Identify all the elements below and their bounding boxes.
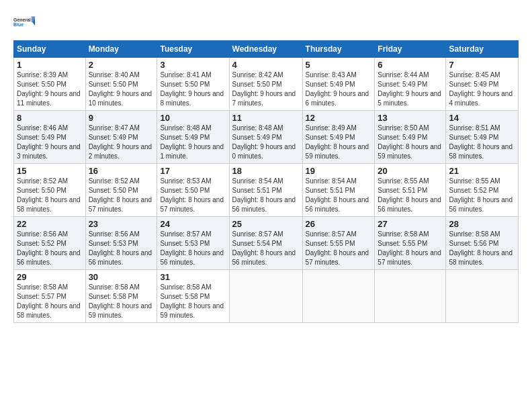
day-number: 3 xyxy=(160,60,226,70)
day-cell: 11 Sunrise: 8:48 AMSunset: 5:49 PMDaylig… xyxy=(229,111,302,164)
day-detail: Sunrise: 8:46 AMSunset: 5:49 PMDaylight:… xyxy=(17,124,83,161)
day-number: 23 xyxy=(89,219,154,229)
day-detail: Sunrise: 8:39 AMSunset: 5:50 PMDaylight:… xyxy=(17,71,83,108)
day-detail: Sunrise: 8:44 AMSunset: 5:49 PMDaylight:… xyxy=(378,71,443,108)
col-header-thursday: Thursday xyxy=(302,41,375,58)
header: General Blue xyxy=(13,12,519,34)
week-row-5: 29 Sunrise: 8:58 AMSunset: 5:57 PMDaylig… xyxy=(14,270,519,323)
day-number: 12 xyxy=(306,113,372,123)
day-detail: Sunrise: 8:55 AMSunset: 5:51 PMDaylight:… xyxy=(378,177,443,214)
day-detail: Sunrise: 8:58 AMSunset: 5:55 PMDaylight:… xyxy=(378,230,443,267)
day-cell: 28 Sunrise: 8:58 AMSunset: 5:56 PMDaylig… xyxy=(446,217,519,270)
day-detail: Sunrise: 8:58 AMSunset: 5:58 PMDaylight:… xyxy=(160,283,226,320)
day-cell: 25 Sunrise: 8:57 AMSunset: 5:54 PMDaylig… xyxy=(229,217,302,270)
day-cell: 9 Sunrise: 8:47 AMSunset: 5:49 PMDayligh… xyxy=(85,111,157,164)
day-cell: 24 Sunrise: 8:57 AMSunset: 5:53 PMDaylig… xyxy=(157,217,229,270)
day-detail: Sunrise: 8:56 AMSunset: 5:52 PMDaylight:… xyxy=(17,230,83,267)
day-number: 31 xyxy=(160,272,226,282)
day-cell: 21 Sunrise: 8:55 AMSunset: 5:52 PMDaylig… xyxy=(446,164,519,217)
day-cell: 14 Sunrise: 8:51 AMSunset: 5:49 PMDaylig… xyxy=(446,111,519,164)
col-header-monday: Monday xyxy=(85,41,157,58)
day-detail: Sunrise: 8:43 AMSunset: 5:49 PMDaylight:… xyxy=(306,71,372,108)
day-number: 11 xyxy=(232,113,300,123)
header-row: SundayMondayTuesdayWednesdayThursdayFrid… xyxy=(14,41,519,58)
col-header-saturday: Saturday xyxy=(446,41,519,58)
day-cell: 13 Sunrise: 8:50 AMSunset: 5:49 PMDaylig… xyxy=(375,111,446,164)
day-cell xyxy=(446,270,519,323)
week-row-3: 15 Sunrise: 8:52 AMSunset: 5:50 PMDaylig… xyxy=(14,164,519,217)
day-detail: Sunrise: 8:41 AMSunset: 5:50 PMDaylight:… xyxy=(160,71,226,108)
day-number: 13 xyxy=(378,113,443,123)
day-cell: 27 Sunrise: 8:58 AMSunset: 5:55 PMDaylig… xyxy=(375,217,446,270)
day-cell: 31 Sunrise: 8:58 AMSunset: 5:58 PMDaylig… xyxy=(157,270,229,323)
day-number: 2 xyxy=(89,60,154,70)
calendar-table: SundayMondayTuesdayWednesdayThursdayFrid… xyxy=(13,40,519,323)
day-cell: 3 Sunrise: 8:41 AMSunset: 5:50 PMDayligh… xyxy=(157,58,229,111)
day-cell: 8 Sunrise: 8:46 AMSunset: 5:49 PMDayligh… xyxy=(14,111,86,164)
day-cell: 26 Sunrise: 8:57 AMSunset: 5:55 PMDaylig… xyxy=(302,217,375,270)
day-detail: Sunrise: 8:54 AMSunset: 5:51 PMDaylight:… xyxy=(232,177,300,214)
logo-icon: General Blue xyxy=(13,12,35,34)
day-detail: Sunrise: 8:55 AMSunset: 5:52 PMDaylight:… xyxy=(449,177,515,214)
day-detail: Sunrise: 8:58 AMSunset: 5:58 PMDaylight:… xyxy=(89,283,154,320)
day-cell: 6 Sunrise: 8:44 AMSunset: 5:49 PMDayligh… xyxy=(375,58,446,111)
svg-text:General: General xyxy=(13,17,31,22)
day-number: 4 xyxy=(232,60,300,70)
page: General Blue SundayMondayTuesdayWednesda… xyxy=(0,0,532,411)
day-detail: Sunrise: 8:47 AMSunset: 5:49 PMDaylight:… xyxy=(89,124,154,161)
day-cell: 29 Sunrise: 8:58 AMSunset: 5:57 PMDaylig… xyxy=(14,270,86,323)
day-detail: Sunrise: 8:48 AMSunset: 5:49 PMDaylight:… xyxy=(160,124,226,161)
day-cell: 19 Sunrise: 8:54 AMSunset: 5:51 PMDaylig… xyxy=(302,164,375,217)
day-number: 26 xyxy=(306,219,372,229)
day-cell: 23 Sunrise: 8:56 AMSunset: 5:53 PMDaylig… xyxy=(85,217,157,270)
day-number: 22 xyxy=(17,219,83,229)
day-detail: Sunrise: 8:57 AMSunset: 5:53 PMDaylight:… xyxy=(160,230,226,267)
day-cell: 16 Sunrise: 8:52 AMSunset: 5:50 PMDaylig… xyxy=(85,164,157,217)
day-number: 18 xyxy=(232,166,300,176)
day-number: 10 xyxy=(160,113,226,123)
day-detail: Sunrise: 8:52 AMSunset: 5:50 PMDaylight:… xyxy=(89,177,154,214)
day-cell: 1 Sunrise: 8:39 AMSunset: 5:50 PMDayligh… xyxy=(14,58,86,111)
day-cell: 5 Sunrise: 8:43 AMSunset: 5:49 PMDayligh… xyxy=(302,58,375,111)
day-number: 16 xyxy=(89,166,154,176)
day-detail: Sunrise: 8:48 AMSunset: 5:49 PMDaylight:… xyxy=(232,124,300,161)
day-detail: Sunrise: 8:57 AMSunset: 5:55 PMDaylight:… xyxy=(306,230,372,267)
day-number: 1 xyxy=(17,60,83,70)
week-row-4: 22 Sunrise: 8:56 AMSunset: 5:52 PMDaylig… xyxy=(14,217,519,270)
day-cell: 22 Sunrise: 8:56 AMSunset: 5:52 PMDaylig… xyxy=(14,217,86,270)
day-detail: Sunrise: 8:42 AMSunset: 5:50 PMDaylight:… xyxy=(232,71,300,108)
day-detail: Sunrise: 8:49 AMSunset: 5:49 PMDaylight:… xyxy=(306,124,372,161)
day-cell: 18 Sunrise: 8:54 AMSunset: 5:51 PMDaylig… xyxy=(229,164,302,217)
day-cell: 4 Sunrise: 8:42 AMSunset: 5:50 PMDayligh… xyxy=(229,58,302,111)
day-number: 19 xyxy=(306,166,372,176)
day-cell: 17 Sunrise: 8:53 AMSunset: 5:50 PMDaylig… xyxy=(157,164,229,217)
day-number: 28 xyxy=(449,219,515,229)
day-number: 21 xyxy=(449,166,515,176)
day-cell: 2 Sunrise: 8:40 AMSunset: 5:50 PMDayligh… xyxy=(85,58,157,111)
day-number: 5 xyxy=(306,60,372,70)
day-number: 14 xyxy=(449,113,515,123)
day-number: 17 xyxy=(160,166,226,176)
day-detail: Sunrise: 8:54 AMSunset: 5:51 PMDaylight:… xyxy=(306,177,372,214)
day-number: 30 xyxy=(89,272,154,282)
day-cell xyxy=(302,270,375,323)
day-cell xyxy=(375,270,446,323)
day-cell: 20 Sunrise: 8:55 AMSunset: 5:51 PMDaylig… xyxy=(375,164,446,217)
day-detail: Sunrise: 8:58 AMSunset: 5:57 PMDaylight:… xyxy=(17,283,83,320)
day-cell: 30 Sunrise: 8:58 AMSunset: 5:58 PMDaylig… xyxy=(85,270,157,323)
week-row-1: 1 Sunrise: 8:39 AMSunset: 5:50 PMDayligh… xyxy=(14,58,519,111)
day-detail: Sunrise: 8:56 AMSunset: 5:53 PMDaylight:… xyxy=(89,230,154,267)
day-detail: Sunrise: 8:40 AMSunset: 5:50 PMDaylight:… xyxy=(89,71,154,108)
day-number: 29 xyxy=(17,272,83,282)
day-detail: Sunrise: 8:50 AMSunset: 5:49 PMDaylight:… xyxy=(378,124,443,161)
week-row-2: 8 Sunrise: 8:46 AMSunset: 5:49 PMDayligh… xyxy=(14,111,519,164)
col-header-sunday: Sunday xyxy=(14,41,86,58)
day-detail: Sunrise: 8:52 AMSunset: 5:50 PMDaylight:… xyxy=(17,177,83,214)
day-number: 25 xyxy=(232,219,300,229)
day-cell: 12 Sunrise: 8:49 AMSunset: 5:49 PMDaylig… xyxy=(302,111,375,164)
svg-text:Blue: Blue xyxy=(13,22,24,27)
day-detail: Sunrise: 8:45 AMSunset: 5:49 PMDaylight:… xyxy=(449,71,515,108)
day-number: 7 xyxy=(449,60,515,70)
day-number: 20 xyxy=(378,166,443,176)
day-detail: Sunrise: 8:51 AMSunset: 5:49 PMDaylight:… xyxy=(449,124,515,161)
